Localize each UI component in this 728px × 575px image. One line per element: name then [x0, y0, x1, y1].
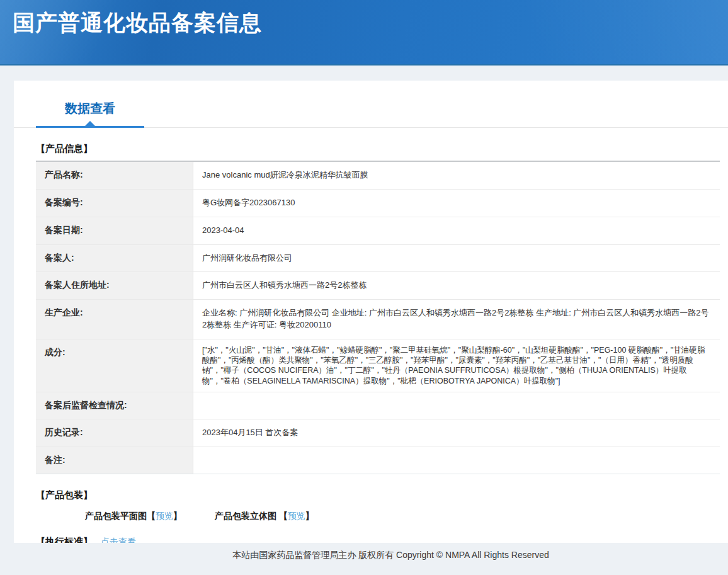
row-label: 备案后监督检查情况: — [36, 392, 193, 419]
tab-data-view[interactable]: 数据查看 — [36, 100, 144, 128]
page-title: 国产普通化妆品备案信息 — [0, 0, 728, 38]
packaging-section-title: 【产品包装】 — [36, 489, 728, 501]
packaging-flat-label: 产品包装平面图【 — [85, 511, 156, 521]
row-value: Jane volcanic mud妍泥冷泉冰泥精华抗皱面膜 — [193, 162, 720, 189]
product-info-table: 产品名称: Jane volcanic mud妍泥冷泉冰泥精华抗皱面膜 备案编号… — [36, 161, 720, 474]
product-info-section-title: 【产品信息】 — [36, 143, 728, 155]
packaging-flat-label-close: 】 — [173, 511, 182, 521]
table-row-ingredients: 成分: ["水"，"火山泥"，"甘油"，"液体石蜡"，"鲸蜡硬脂醇"，"聚二甲基… — [36, 339, 720, 392]
packaging-flat-preview-link[interactable]: 预览 — [156, 511, 173, 521]
packaging-3d-preview-link[interactable]: 预览 — [288, 511, 305, 521]
table-row-supervision-check: 备案后监督检查情况: — [36, 392, 720, 419]
row-label: 备案编号: — [36, 190, 193, 217]
footer: 本站由国家药品监督管理局主办 版权所有 Copyright © NMPA All… — [0, 543, 728, 575]
execution-standard-row: 【执行标准】点击查看 — [36, 536, 728, 543]
row-value: 粤G妆网备字2023067130 — [193, 190, 720, 217]
row-label: 历史记录: — [36, 419, 193, 447]
table-row-product-name: 产品名称: Jane volcanic mud妍泥冷泉冰泥精华抗皱面膜 — [36, 162, 720, 190]
execution-standard-view-link[interactable]: 点击查看 — [101, 537, 136, 543]
page-header: 国产普通化妆品备案信息 — [0, 0, 728, 65]
row-label: 备案日期: — [36, 217, 193, 244]
row-value: 企业名称: 广州润研化妆品有限公司 企业地址: 广州市白云区人和镇秀水塘西一路2… — [193, 300, 720, 339]
row-value: 广州润研化妆品有限公司 — [193, 245, 720, 272]
row-value — [193, 392, 720, 419]
packaging-3d-item: 产品包装立体图 【预览】 — [215, 511, 314, 521]
row-label: 成分: — [36, 339, 193, 392]
row-value: 广州市白云区人和镇秀水塘西一路2号2栋整栋 — [193, 272, 720, 299]
table-row-registration-number: 备案编号: 粤G妆网备字2023067130 — [36, 190, 720, 217]
tab-bar: 数据查看 — [14, 81, 728, 128]
table-row-history: 历史记录: 2023年04月15日 首次备案 — [36, 419, 720, 447]
packaging-3d-label-close: 】 — [305, 511, 314, 521]
table-row-remarks: 备注: — [36, 447, 720, 474]
row-value: 2023年04月15日 首次备案 — [193, 419, 720, 447]
row-label: 产品名称: — [36, 162, 193, 189]
execution-standard-title: 【执行标准】 — [36, 536, 93, 543]
row-value: ["水"，"火山泥"，"甘油"，"液体石蜡"，"鲸蜡硬脂醇"，"聚二甲基硅氧烷"… — [193, 339, 720, 392]
row-label: 备注: — [36, 447, 193, 474]
table-row-registration-date: 备案日期: 2023-04-04 — [36, 217, 720, 245]
table-row-registrant: 备案人: 广州润研化妆品有限公司 — [36, 245, 720, 273]
row-label: 备案人: — [36, 245, 193, 272]
packaging-flat-item: 产品包装平面图【预览】 — [85, 511, 182, 521]
row-label: 生产企业: — [36, 300, 193, 339]
table-row-manufacturer: 生产企业: 企业名称: 广州润研化妆品有限公司 企业地址: 广州市白云区人和镇秀… — [36, 300, 720, 339]
content-card: 数据查看 【产品信息】 产品名称: Jane volcanic mud妍泥冷泉冰… — [14, 81, 728, 543]
row-label: 备案人住所地址: — [36, 272, 193, 299]
row-value — [193, 447, 720, 474]
packaging-row: 产品包装平面图【预览】 产品包装立体图 【预览】 — [85, 511, 728, 522]
packaging-3d-label: 产品包装立体图 【 — [215, 511, 288, 521]
row-value: 2023-04-04 — [193, 217, 720, 244]
footer-copyright-text: 本站由国家药品监督管理局主办 版权所有 Copyright © NMPA All… — [232, 550, 549, 560]
table-row-registrant-address: 备案人住所地址: 广州市白云区人和镇秀水塘西一路2号2栋整栋 — [36, 272, 720, 300]
